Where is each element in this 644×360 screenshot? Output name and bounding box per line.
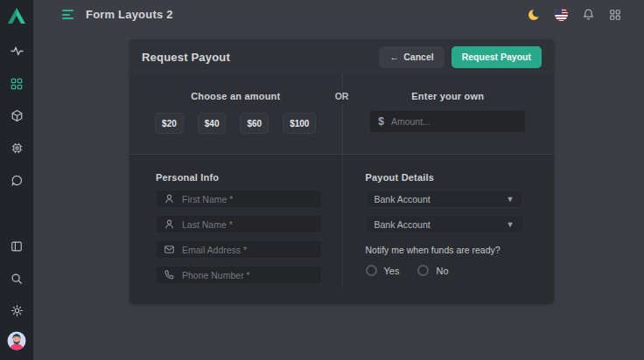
us-flag-icon [555, 8, 568, 21]
gear-icon [10, 304, 24, 317]
request-payout-button[interactable]: Request Payout [452, 46, 542, 68]
chip-icon [10, 142, 24, 155]
main-content: Request Payout ← Cancel Request Payout C… [33, 29, 644, 360]
grid-icon [609, 9, 621, 21]
bank-account-select[interactable]: Bank Account ▼ [366, 215, 523, 233]
phone-icon [164, 269, 175, 280]
radio-no-label: No [436, 266, 448, 276]
mail-icon [164, 244, 175, 255]
select-value: Bank Account [374, 194, 430, 204]
enter-own-label: Enter your own [411, 91, 484, 101]
app-logo[interactable] [5, 4, 28, 27]
amount-input[interactable] [391, 116, 517, 127]
logo-triangle-icon [6, 5, 27, 26]
email-field [156, 240, 322, 259]
topbar-actions [526, 7, 623, 23]
notify-options: Yes No [366, 265, 555, 276]
chevron-down-icon: ▼ [507, 195, 514, 204]
apps-icon [10, 78, 23, 90]
personal-info-title: Personal Info [156, 172, 342, 183]
or-label: OR [333, 88, 351, 104]
moon-icon [527, 8, 541, 22]
top-bar: Form Layouts 2 [33, 0, 644, 29]
sidebar-search[interactable] [4, 262, 30, 294]
sidebar-toggle[interactable] [4, 230, 30, 262]
cancel-button-label: Cancel [403, 52, 433, 62]
language-selector[interactable] [553, 7, 569, 23]
personal-info-column: Personal Info [130, 155, 342, 304]
preset-amount-button[interactable]: $20 [155, 113, 184, 134]
search-icon [10, 273, 23, 285]
activity-icon [10, 45, 24, 58]
bank-account-select[interactable]: Bank Account ▼ [366, 190, 523, 208]
sidebar-settings[interactable] [4, 294, 30, 327]
radio-circle-icon [417, 265, 429, 276]
payout-details-column: Payout Details Bank Account ▼ Bank Accou… [342, 155, 555, 304]
sidebar-item-chat[interactable] [4, 164, 30, 197]
sidebar-item-elements[interactable] [4, 132, 30, 164]
choose-amount-label: Choose an amount [191, 91, 280, 101]
custom-amount-field: $ [369, 110, 526, 133]
preset-amount-button[interactable]: $100 [283, 113, 316, 134]
menu-toggle-icon[interactable] [62, 9, 76, 21]
chevron-down-icon: ▼ [507, 220, 514, 229]
cancel-button[interactable]: ← Cancel [379, 46, 444, 68]
layout-icon [10, 240, 23, 253]
details-section: Personal Info [130, 154, 554, 304]
bell-icon [582, 8, 595, 21]
apps-menu-button[interactable] [607, 7, 623, 23]
select-value: Bank Account [374, 219, 430, 230]
vertical-divider [342, 74, 343, 154]
last-name-field [156, 215, 322, 233]
sidebar-item-apps[interactable] [4, 67, 30, 100]
app-window: Form Layouts 2 Request Payout [0, 0, 644, 360]
cube-icon [10, 109, 24, 122]
preset-amount-button[interactable]: $40 [198, 113, 227, 134]
card-header: Request Payout ← Cancel Request Payout [130, 39, 554, 74]
radio-circle-icon [366, 265, 377, 276]
choose-amount-column: Choose an amount $20 $40 $60 $100 [130, 74, 342, 154]
radio-no[interactable]: No [417, 265, 448, 276]
first-name-input[interactable] [182, 194, 314, 204]
email-input[interactable] [182, 245, 314, 255]
radio-yes-label: Yes [384, 266, 400, 276]
enter-own-column: Enter your own $ [342, 74, 555, 154]
sidebar-item-activity[interactable] [4, 35, 30, 67]
radio-yes[interactable]: Yes [366, 265, 400, 276]
sidebar [0, 0, 33, 360]
amount-section: Choose an amount $20 $40 $60 $100 OR Ent… [130, 74, 554, 154]
back-arrow-icon: ← [389, 52, 399, 62]
preset-amounts: $20 $40 $60 $100 [155, 113, 316, 134]
vertical-divider [342, 155, 343, 288]
payout-details-title: Payout Details [366, 172, 555, 183]
page-title: Form Layouts 2 [86, 8, 173, 21]
phone-field [156, 266, 322, 284]
preset-amount-button[interactable]: $60 [240, 113, 269, 134]
user-icon [164, 218, 175, 230]
last-name-input[interactable] [182, 219, 314, 230]
user-icon [164, 193, 175, 204]
card-title: Request Payout [142, 51, 230, 64]
chat-icon [10, 174, 24, 187]
first-name-field [156, 190, 322, 208]
phone-input[interactable] [182, 270, 314, 280]
theme-toggle[interactable] [526, 7, 542, 23]
sidebar-nav-top [4, 35, 30, 197]
user-avatar[interactable] [4, 327, 30, 355]
request-payout-card: Request Payout ← Cancel Request Payout C… [130, 39, 554, 304]
sidebar-nav-bottom [4, 230, 30, 355]
notify-question: Notify me when funds are ready? [366, 245, 555, 255]
sidebar-item-components[interactable] [4, 100, 30, 132]
card-actions: ← Cancel Request Payout [379, 46, 542, 68]
notifications-button[interactable] [580, 7, 596, 23]
dollar-icon: $ [378, 115, 384, 128]
avatar [7, 331, 26, 350]
